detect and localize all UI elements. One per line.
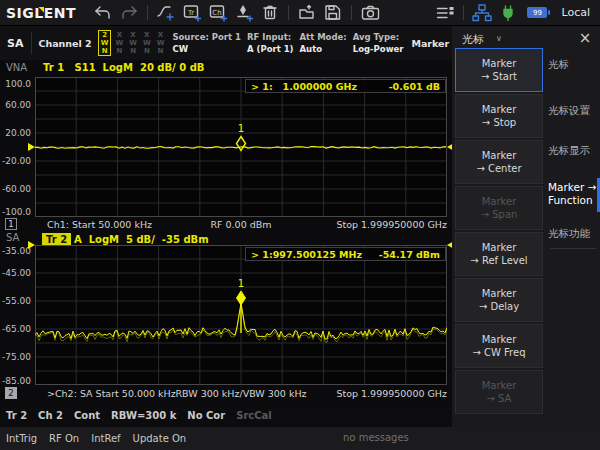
vna-ytick: 20.00 (0, 128, 31, 138)
load-file-icon[interactable] (294, 2, 320, 24)
channel-cell[interactable]: XWN (113, 31, 125, 55)
network-icon[interactable] (469, 2, 495, 24)
instrument-screen: SIGLENT Tr Ch 99 Local SA Channel 2 2WN … (0, 0, 600, 450)
add-marker-icon[interactable] (231, 2, 257, 24)
sa-ytick: -45.00 (0, 268, 31, 278)
status-update: Update On (133, 433, 187, 444)
marker-to-start-button[interactable]: Marker→ Start (455, 48, 543, 92)
status-trace: Tr 2 (6, 410, 27, 421)
divider (351, 5, 352, 20)
divider (550, 248, 596, 249)
svg-text:Tr: Tr (186, 8, 193, 16)
top-toolbar: SIGLENT Tr Ch 99 Local (0, 0, 600, 26)
marker-to-delay-button[interactable]: Marker→ Delay (455, 278, 543, 322)
svg-text:1: 1 (238, 278, 244, 289)
channel-cell[interactable]: XWN (141, 31, 153, 55)
sa-ytick: -75.00 (0, 352, 31, 362)
vna-footer-stop: Stop 1.999950000 GHz (247, 219, 447, 230)
marker-menu-button[interactable]: Marker 1 (409, 38, 452, 49)
rail-item-marker[interactable]: 光标 (548, 58, 598, 71)
redo-icon[interactable] (116, 2, 142, 24)
rail-item-marker-function[interactable]: Marker → Function (548, 181, 598, 207)
vna-ytick: 60.00 (0, 100, 31, 110)
sa-plot[interactable]: 1 (35, 245, 447, 385)
vna-footer-start: Ch1: Start 50.000 kHz (47, 219, 152, 230)
status-ref: IntRef (91, 433, 120, 444)
rail-item-marker-func-cn[interactable]: 光标功能 (548, 227, 598, 240)
divider (31, 32, 32, 54)
sa-ytick: -85.00 (0, 376, 31, 386)
vna-ytick: -20.00 (0, 156, 31, 166)
status-trigger: IntTrig (6, 433, 37, 444)
channel-window-indicator[interactable]: 2WN XWN XWN XWN XWN (98, 30, 167, 56)
rail-item-marker-setup[interactable]: 光标设置 (548, 104, 598, 117)
status-correction: No Cor (187, 410, 225, 421)
vna-trace-header[interactable]: Tr 1 S11 LogM 20 dB/ 0 dB (43, 62, 204, 73)
marker-to-center-button[interactable]: Marker→ Center (455, 140, 543, 184)
system-status-bar: IntTrig RF On IntRef Update On no messag… (0, 427, 600, 450)
status-srccal: SrcCal (236, 410, 272, 421)
vna-channel-box[interactable]: 1 (5, 218, 17, 230)
sa-ytick: -65.00 (0, 324, 31, 334)
channel-cell[interactable]: XWN (127, 31, 139, 55)
rf-input-menu[interactable]: RF Input:A (Port 1) (247, 31, 294, 55)
divider (463, 5, 464, 20)
screenshot-icon[interactable] (357, 2, 383, 24)
sa-trace-header[interactable]: A LogM 5 dB/ -35 dBm (74, 234, 209, 245)
marker-to-ref-level-button[interactable]: Marker→ Ref Level (455, 232, 543, 276)
save-icon[interactable] (320, 2, 346, 24)
add-tr-window-icon[interactable]: Tr (179, 2, 205, 24)
status-channel: Ch 2 (38, 410, 63, 421)
svg-text:Ch: Ch (212, 8, 221, 16)
undo-icon[interactable] (90, 2, 116, 24)
marker-to-sa-button: Marker→ SA (455, 370, 543, 414)
chevron-down-icon[interactable]: ∨ (496, 34, 502, 43)
source-menu[interactable]: Source: Port 1CW (172, 31, 241, 55)
vna-ytick: -60.00 (0, 184, 31, 194)
sa-mode-button[interactable]: SA (5, 37, 25, 50)
marker-to-stop-button[interactable]: Marker→ Stop (455, 94, 543, 138)
status-sweep: Cont (74, 410, 100, 421)
delete-icon[interactable] (257, 2, 283, 24)
channel-selector[interactable]: Channel 2 (38, 38, 91, 49)
add-trace-icon[interactable] (153, 2, 179, 24)
sa-window-label: SA (6, 232, 19, 243)
sa-ytick: -55.00 (0, 296, 31, 306)
vna-ref-level-marker-left (28, 143, 35, 151)
avg-type-menu[interactable]: Avg Type:Log-Power (353, 31, 404, 55)
att-mode-menu[interactable]: Att Mode:Auto (300, 31, 347, 55)
battery-indicator[interactable]: 99 (527, 7, 547, 18)
sa-footer-stop: Stop 1.999950000 GHz (247, 388, 447, 399)
trace-status-bar: Tr 2 Ch 2 Cont RBW=300 k No Cor SrcCal (0, 404, 452, 427)
rail-item-marker-display[interactable]: 光标显示 (548, 144, 598, 157)
status-rbw: RBW=300 k (111, 410, 176, 421)
vna-marker-readout: > 1: 1.000000 GHz-0.601 dB (245, 79, 446, 93)
sa-ref-level-marker-left (28, 241, 35, 249)
vna-ytick: -100.0 (0, 207, 31, 217)
siglent-logo: SIGLENT (6, 5, 76, 21)
divider (147, 5, 148, 20)
power-source-icon[interactable] (495, 2, 521, 24)
sidebar-title[interactable]: 光标 (462, 32, 484, 47)
divider (288, 5, 289, 20)
add-channel-icon[interactable]: Ch (205, 2, 231, 24)
vna-plot[interactable]: 1 (35, 77, 447, 217)
marker-to-cw-freq-button[interactable]: Marker→ CW Freq (455, 324, 543, 368)
battery-percent: 99 (533, 9, 542, 17)
close-icon[interactable]: × (576, 29, 594, 47)
message-area: no messages (343, 432, 409, 443)
channel-cell[interactable]: XWN (155, 31, 167, 55)
sa-marker-readout: > 1:997.500125 MHz-54.17 dBm (245, 247, 446, 261)
menu-list-icon[interactable] (432, 2, 458, 24)
marker-to-span-button: Marker→ Span (455, 186, 543, 230)
status-rf: RF On (49, 433, 79, 444)
vna-window-label: VNA (6, 62, 27, 73)
sa-channel-box[interactable]: 2 (5, 387, 17, 399)
svg-text:1: 1 (238, 123, 244, 134)
marker-sidebar: 光标 ∨ × Marker→ Start Marker→ Stop Marker… (452, 26, 600, 427)
active-channel-cell[interactable]: 2WN (98, 30, 112, 56)
local-mode-label[interactable]: Local (561, 6, 590, 19)
sa-ytick: -35.00 (0, 246, 31, 256)
vna-ytick: 100.0 (0, 79, 31, 89)
channel-menubar: SA Channel 2 2WN XWN XWN XWN XWN Source:… (0, 26, 452, 60)
